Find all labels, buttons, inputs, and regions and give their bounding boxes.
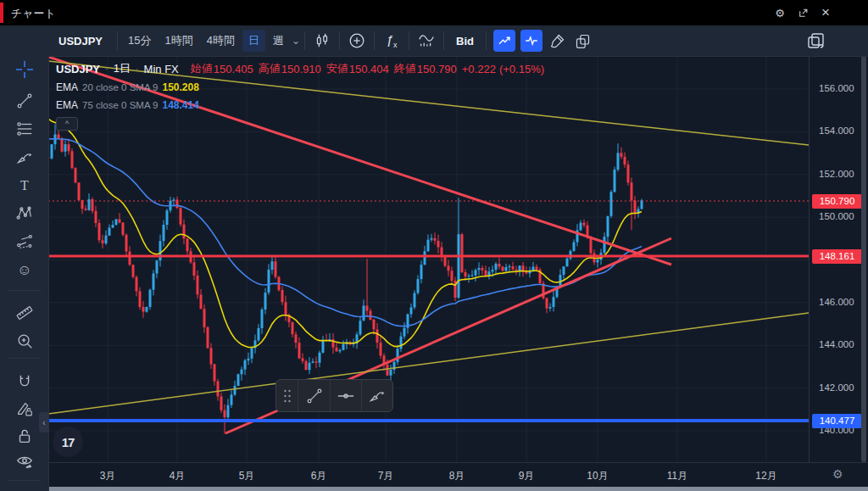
- ohlc-open-label: 始値: [191, 61, 213, 76]
- ohlc-close: 150.790: [417, 63, 457, 75]
- price-badge: 140.477: [812, 414, 862, 428]
- ohlc-open: 150.405: [214, 63, 253, 75]
- separator: [374, 31, 375, 50]
- indicator-value: 150.208: [163, 81, 199, 93]
- trend-line-button[interactable]: [298, 380, 329, 411]
- drawing-lock-tool[interactable]: [14, 398, 36, 420]
- chart-window: { "title_bar": { "title": "チャート", "accen…: [0, 0, 868, 491]
- ohlc-high-label: 高値: [259, 61, 281, 76]
- title-accent: [0, 3, 3, 23]
- chart-legend: USDJPY · 1日 · Min FX 始値150.405 高値150.910…: [56, 61, 544, 131]
- timeframe-週[interactable]: 週: [267, 30, 290, 52]
- fib-retracement-tool[interactable]: [14, 118, 36, 140]
- window-title: チャート: [11, 6, 56, 21]
- magnet-tool[interactable]: [14, 371, 36, 393]
- legend-separator: ·: [136, 64, 139, 74]
- ohlc-change-pct: (+0.15%): [499, 63, 544, 75]
- timeframe-4時間[interactable]: 4時間: [201, 30, 241, 52]
- legend-collapse-chevron[interactable]: ^: [56, 117, 78, 131]
- separator: [339, 31, 340, 50]
- month-label: 3月: [91, 469, 125, 483]
- separator: [443, 31, 444, 50]
- timeframe-15分[interactable]: 15分: [122, 30, 157, 52]
- month-label: 9月: [509, 469, 543, 483]
- month-label: 5月: [230, 469, 264, 483]
- legend-source: Min FX: [144, 63, 179, 75]
- legend-symbol: USDJPY: [56, 63, 100, 75]
- drag-handle[interactable]: [276, 380, 298, 411]
- month-label: 11月: [660, 469, 694, 483]
- separator: [486, 31, 487, 50]
- ohlc-close-label: 終値: [394, 61, 416, 76]
- legend-separator: ·: [105, 64, 108, 74]
- symbol-button[interactable]: USDJPY: [48, 35, 113, 47]
- pulse-mode-button[interactable]: [520, 30, 542, 52]
- panel-layout-icon[interactable]: [803, 29, 828, 53]
- month-label: 4月: [160, 469, 194, 483]
- hide-drawings-eye-tool[interactable]: [14, 451, 36, 473]
- open-in-new-icon[interactable]: [796, 6, 810, 20]
- indicator-value: 148.414: [163, 99, 199, 111]
- right-edge-scrollbar[interactable]: [861, 56, 866, 462]
- zoom-in-tool[interactable]: [14, 330, 36, 352]
- sidebar-collapse-handle[interactable]: ‹: [39, 412, 49, 432]
- sidebar-separator: [8, 358, 41, 359]
- separator: [304, 31, 305, 50]
- chevron-down-icon[interactable]: ⌄: [292, 35, 300, 47]
- crosshair-tool[interactable]: [14, 59, 36, 81]
- text-tool[interactable]: T: [14, 175, 36, 197]
- price-tick: 156.000: [810, 83, 868, 93]
- indicator-params: 75 close 0 SMA 9: [82, 100, 159, 110]
- price-tick: 152.000: [810, 169, 868, 179]
- indicator-templates-icon[interactable]: [414, 29, 439, 53]
- settings-gear-icon[interactable]: ⚙: [773, 6, 787, 20]
- lock-all-tool[interactable]: [14, 425, 36, 447]
- axis-settings-gear-icon[interactable]: ⚙: [832, 467, 843, 481]
- trend-line-tool[interactable]: [14, 90, 36, 112]
- timeframe-日[interactable]: 日: [242, 30, 265, 52]
- chart-toolbar: USDJPY 15分1時間4時間日週 ⌄ ƒx Bid: [48, 25, 868, 57]
- trend-line-mode-button[interactable]: [493, 30, 515, 52]
- close-icon[interactable]: ×: [819, 6, 832, 20]
- brush-button[interactable]: [361, 380, 392, 411]
- ohlc-high: 150.910: [281, 63, 321, 75]
- sidebar-separator: [8, 480, 41, 481]
- timeframe-group: 15分1時間4時間日週: [122, 30, 290, 52]
- bottom-edge-strip: [48, 487, 868, 491]
- copy-layout-icon[interactable]: [570, 29, 596, 53]
- price-badge: 150.790: [812, 194, 862, 209]
- price-tick: 150.000: [810, 211, 868, 221]
- price-tick: 142.000: [810, 382, 868, 393]
- ohlc-low: 150.404: [349, 63, 389, 75]
- horizontal-line-button[interactable]: [330, 380, 361, 411]
- timeframe-1時間[interactable]: 1時間: [159, 30, 199, 52]
- ohlc-low-label: 安値: [326, 61, 348, 76]
- bid-button[interactable]: Bid: [448, 35, 481, 47]
- separator: [409, 31, 409, 50]
- ohlc-change: +0.222: [462, 63, 496, 75]
- month-label: 12月: [749, 469, 783, 483]
- price-axis[interactable]: 156.000154.000152.000150.000146.000144.0…: [809, 56, 868, 462]
- indicators-fx-icon[interactable]: ƒx: [379, 29, 404, 53]
- indicator-params: 20 close 0 SMA 9: [82, 82, 159, 92]
- chart-style-candles-icon[interactable]: [309, 29, 335, 53]
- brush-style-icon[interactable]: [545, 29, 570, 53]
- indicator-name: EMA: [56, 99, 78, 111]
- month-label: 7月: [369, 469, 403, 483]
- draw-pen-tool[interactable]: [14, 147, 36, 169]
- ruler-tool[interactable]: [14, 302, 36, 324]
- floating-toolbar: [275, 379, 393, 412]
- price-tick: 144.000: [810, 339, 868, 349]
- time-axis[interactable]: ⚙ 3月4月5月6月7月8月9月10月11月12月: [48, 462, 868, 488]
- sidebar-separator: [8, 290, 41, 291]
- forecast-tool[interactable]: [14, 231, 36, 253]
- compare-add-icon[interactable]: [344, 29, 370, 53]
- xabcd-pattern-tool[interactable]: [14, 203, 36, 225]
- month-label: 8月: [440, 469, 474, 483]
- tradingview-logo[interactable]: 17: [53, 427, 83, 457]
- legend-interval: 1日: [114, 61, 131, 76]
- emoji-tool[interactable]: ☺: [14, 259, 36, 282]
- price-tick: 146.000: [810, 297, 868, 307]
- price-tick: 154.000: [810, 126, 868, 136]
- month-label: 10月: [581, 469, 615, 483]
